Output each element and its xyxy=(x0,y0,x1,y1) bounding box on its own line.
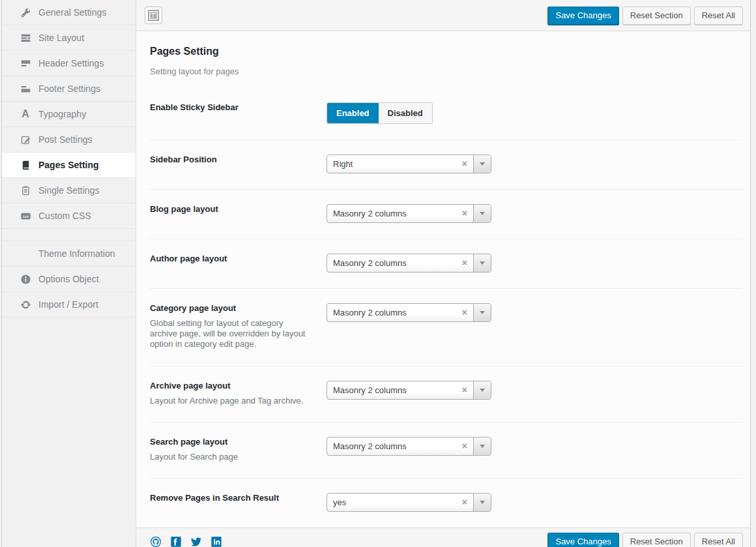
select-value: Masonry 2 columns xyxy=(327,209,456,218)
top-bar-actions: Save Changes Reset Section Reset All xyxy=(547,7,743,25)
settings-sidebar: General Settings Site Layout Header Sett… xyxy=(2,0,136,547)
remove-pages-select[interactable]: yes × xyxy=(327,493,491,512)
setting-label: Category page layout xyxy=(150,303,311,314)
sidebar-item-site-layout[interactable]: Site Layout xyxy=(2,25,136,51)
setting-label: Blog page layout xyxy=(150,204,311,215)
setting-info: Remove Pages in Search Result xyxy=(150,493,327,504)
sidebar-item-label: Site Layout xyxy=(38,33,84,43)
clear-icon[interactable]: × xyxy=(456,494,473,511)
clear-icon[interactable]: × xyxy=(456,254,473,272)
chevron-down-icon[interactable] xyxy=(473,155,491,173)
reset-all-button[interactable]: Reset All xyxy=(694,7,743,25)
select-value: Right xyxy=(327,159,456,169)
author-layout-select[interactable]: Masonry 2 columns × xyxy=(327,254,491,273)
setting-info: Author page layout xyxy=(150,254,327,265)
setting-info: Blog page layout xyxy=(150,204,327,215)
sticky-sidebar-toggle: Enabled Disabled xyxy=(327,102,433,124)
select-value: Masonry 2 columns xyxy=(327,385,456,395)
save-changes-button[interactable]: Save Changes xyxy=(547,533,618,547)
sidebar-item-label: Pages Setting xyxy=(38,160,99,170)
chevron-down-icon[interactable] xyxy=(473,304,491,321)
sidebar-item-post-settings[interactable]: Post Settings xyxy=(2,127,136,153)
sidebar-position-select[interactable]: Right × xyxy=(327,155,491,173)
settings-content: Pages Setting Setting layout for pages E… xyxy=(136,31,750,527)
chevron-down-icon[interactable] xyxy=(473,437,491,455)
sidebar-item-label: Theme Information xyxy=(38,248,115,259)
facebook-icon xyxy=(170,536,182,547)
icon-placeholder xyxy=(20,248,31,259)
sidebar-item-label: Footer Settings xyxy=(38,83,100,94)
footer-icon xyxy=(20,83,31,95)
setting-description: Global setting for layout of category ar… xyxy=(150,318,311,350)
setting-row-author-layout: Author page layout Masonry 2 columns × xyxy=(150,239,742,289)
github-link[interactable] xyxy=(150,536,162,547)
sidebar-item-footer-settings[interactable]: Footer Settings xyxy=(2,76,136,102)
blog-layout-select[interactable]: Masonry 2 columns × xyxy=(327,204,491,223)
disabled-option-button[interactable]: Disabled xyxy=(379,103,432,123)
sidebar-item-options-object[interactable]: Options Object xyxy=(2,267,136,292)
clear-icon[interactable]: × xyxy=(456,155,473,173)
sidebar-item-label: Typography xyxy=(38,109,86,119)
setting-label: Sidebar Position xyxy=(150,155,311,166)
toggle-layout-button[interactable] xyxy=(145,7,162,24)
sidebar-item-single-settings[interactable]: Single Settings xyxy=(2,178,136,203)
sidebar-item-custom-css[interactable]: css Custom CSS xyxy=(2,203,136,229)
sidebar-item-label: Import / Export xyxy=(38,299,98,310)
setting-row-blog-layout: Blog page layout Masonry 2 columns × xyxy=(150,190,742,239)
book-icon xyxy=(20,159,31,171)
setting-row-remove-pages: Remove Pages in Search Result yes × xyxy=(150,479,742,527)
sidebar-item-theme-information[interactable]: Theme Information xyxy=(2,241,136,267)
sync-icon xyxy=(20,299,31,310)
category-layout-select[interactable]: Masonry 2 columns × xyxy=(327,303,491,322)
setting-row-search-layout: Search page layout Layout for Search pag… xyxy=(150,422,742,479)
setting-label: Archive page layout xyxy=(150,381,311,392)
setting-info: Archive page layout Layout for Archive p… xyxy=(150,381,327,406)
sidebar-item-label: Header Settings xyxy=(38,58,104,68)
sidebar-divider xyxy=(2,229,136,241)
clear-icon[interactable]: × xyxy=(456,437,473,455)
save-changes-button[interactable]: Save Changes xyxy=(547,7,618,25)
select-value: Masonry 2 columns xyxy=(327,258,456,268)
clear-icon[interactable]: × xyxy=(456,381,473,399)
twitter-icon xyxy=(190,536,202,547)
reset-all-button[interactable]: Reset All xyxy=(694,533,743,547)
css-badge-icon: css xyxy=(20,210,31,222)
info-icon xyxy=(20,273,31,285)
search-layout-select[interactable]: Masonry 2 columns × xyxy=(327,437,491,456)
reset-section-button[interactable]: Reset Section xyxy=(622,533,691,547)
reset-section-button[interactable]: Reset Section xyxy=(622,7,691,25)
wrench-icon xyxy=(20,7,31,18)
facebook-link[interactable] xyxy=(170,536,182,547)
chevron-down-icon[interactable] xyxy=(473,205,491,222)
sidebar-item-import-export[interactable]: Import / Export xyxy=(2,292,136,318)
clear-icon[interactable]: × xyxy=(456,304,473,321)
setting-label: Author page layout xyxy=(150,254,311,265)
layout-icon xyxy=(147,9,160,22)
sidebar-item-typography[interactable]: A Typography xyxy=(2,102,136,127)
setting-label: Remove Pages in Search Result xyxy=(150,493,311,504)
chevron-down-icon[interactable] xyxy=(473,494,491,511)
chevron-down-icon[interactable] xyxy=(473,254,491,272)
sidebar-item-general-settings[interactable]: General Settings xyxy=(2,0,136,25)
enabled-option-button[interactable]: Enabled xyxy=(327,103,379,123)
clear-icon[interactable]: × xyxy=(456,205,473,222)
chevron-down-icon[interactable] xyxy=(473,381,491,399)
theme-options-panel: General Settings Site Layout Header Sett… xyxy=(1,0,751,547)
linkedin-icon xyxy=(211,536,222,547)
sidebar-item-header-settings[interactable]: Header Settings xyxy=(2,51,136,76)
setting-row-sticky-sidebar: Enable Sticky Sidebar Enabled Disabled xyxy=(150,88,742,140)
edit-icon xyxy=(20,134,31,145)
clipboard-icon xyxy=(20,185,31,196)
sidebar-item-label: Custom CSS xyxy=(38,211,91,221)
setting-label: Search page layout xyxy=(150,437,311,448)
select-value: yes xyxy=(327,497,456,507)
select-value: Masonry 2 columns xyxy=(327,441,456,451)
sidebar-item-label: General Settings xyxy=(38,7,106,18)
archive-layout-select[interactable]: Masonry 2 columns × xyxy=(327,381,491,400)
setting-info: Search page layout Layout for Search pag… xyxy=(150,437,327,462)
setting-info: Category page layout Global setting for … xyxy=(150,303,327,350)
linkedin-link[interactable] xyxy=(211,536,222,547)
sidebar-item-pages-setting[interactable]: Pages Setting xyxy=(2,153,136,178)
twitter-link[interactable] xyxy=(190,536,202,547)
setting-description: Layout for Archive page and Tag archive. xyxy=(150,396,311,406)
